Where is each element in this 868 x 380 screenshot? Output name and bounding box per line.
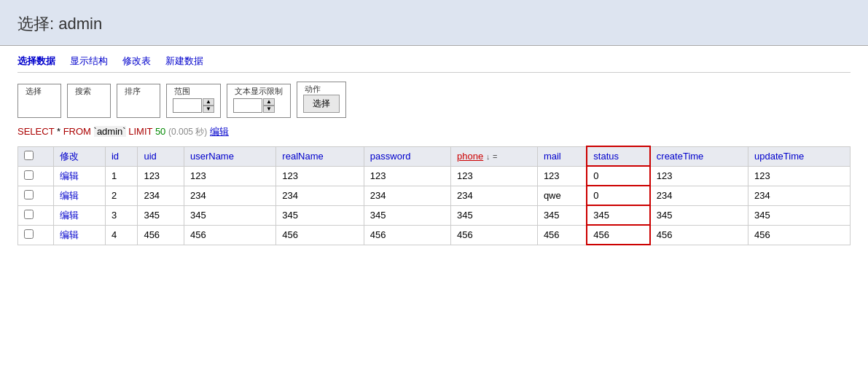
cell-userName-3: 456 [184, 225, 275, 245]
cell-createTime-0: 123 [650, 166, 748, 186]
sql-keyword-from: FROM [63, 126, 91, 137]
tab-modify-table[interactable]: 修改表 [122, 55, 151, 69]
cell-phone-3: 456 [451, 225, 538, 245]
cell-phone-1: 234 [451, 186, 538, 205]
text-limit-up-btn[interactable]: ▲ [263, 98, 275, 106]
text-limit-fieldset: 文本显示限制 100 ▲ ▼ [227, 84, 291, 118]
cell-createTime-3: 456 [650, 225, 748, 245]
select-fieldset: 选择 [17, 84, 61, 118]
cell-checkbox-0 [18, 166, 54, 186]
search-legend: 搜索 [74, 86, 104, 97]
th-password-label: password [370, 151, 411, 162]
nav-tabs: 选择数据 显示结构 修改表 新建数据 [17, 55, 851, 73]
table-row: 编辑3345345345345345345345345345 [18, 205, 851, 225]
cell-checkbox-2 [18, 205, 54, 225]
cell-createTime-1: 234 [650, 186, 748, 205]
cell-updateTime-0: 123 [748, 166, 851, 186]
cell-mail-2: 345 [537, 205, 587, 225]
tab-select-data[interactable]: 选择数据 [17, 55, 55, 69]
th-phone-sort: ↓ [486, 152, 490, 161]
page-title: 选择: admin [17, 15, 102, 33]
cell-mail-1: qwe [537, 186, 587, 205]
th-status[interactable]: status [587, 146, 650, 166]
cell-uid-0: 123 [138, 166, 184, 186]
cell-edit-2: 编辑 [54, 205, 106, 225]
row-checkbox-2[interactable] [24, 210, 34, 219]
th-updatetime[interactable]: updateTime [748, 146, 851, 166]
range-down-btn[interactable]: ▼ [203, 106, 214, 113]
row-checkbox-3[interactable] [24, 229, 34, 239]
th-username-label: userName [190, 151, 234, 162]
range-input[interactable]: 50 [173, 98, 202, 113]
range-spinner-btns: ▲ ▼ [203, 98, 214, 113]
data-table: 修改 id uid userName realName password pho… [17, 146, 851, 245]
cell-realName-2: 345 [276, 205, 364, 225]
th-id[interactable]: id [105, 146, 138, 166]
cell-realName-1: 234 [276, 186, 364, 205]
range-fieldset: 范围 50 ▲ ▼ [166, 84, 221, 118]
cell-uid-2: 345 [138, 205, 184, 225]
tab-new-data[interactable]: 新建数据 [165, 55, 203, 69]
edit-link-0[interactable]: 编辑 [60, 170, 79, 181]
cell-uid-3: 456 [138, 225, 184, 245]
text-limit-spinner: 100 ▲ ▼ [233, 98, 284, 113]
cell-id-1: 2 [105, 186, 138, 205]
cell-mail-3: 456 [537, 225, 587, 245]
th-password[interactable]: password [364, 146, 450, 166]
header-bar: 选择: admin [0, 0, 868, 46]
th-phone[interactable]: phone ↓ = [451, 146, 538, 166]
cell-updateTime-3: 456 [748, 225, 851, 245]
sql-time: (0.005 秒) [168, 127, 207, 137]
cell-updateTime-2: 345 [748, 205, 851, 225]
cell-id-0: 1 [105, 166, 138, 186]
cell-userName-0: 123 [184, 166, 275, 186]
th-edit-label: 修改 [60, 151, 79, 162]
row-checkbox-0[interactable] [24, 170, 34, 180]
th-phone-label: phone [457, 151, 483, 162]
cell-realName-0: 123 [276, 166, 364, 186]
th-uid[interactable]: uid [138, 146, 184, 166]
th-id-label: id [112, 151, 119, 162]
sql-edit-link[interactable]: 编辑 [210, 126, 229, 137]
th-checkbox [18, 146, 54, 166]
text-limit-spinner-btns: ▲ ▼ [263, 98, 275, 113]
action-select-button[interactable]: 选择 [303, 95, 340, 113]
row-checkbox-1[interactable] [24, 190, 34, 199]
cell-edit-3: 编辑 [54, 225, 106, 245]
action-legend: 动作 [303, 84, 340, 95]
table-row: 编辑11231231231231231230123123 [18, 166, 851, 186]
th-realname[interactable]: realName [276, 146, 364, 166]
cell-checkbox-3 [18, 225, 54, 245]
range-up-btn[interactable]: ▲ [203, 98, 214, 106]
table-row: 编辑4456456456456456456456456456 [18, 225, 851, 245]
select-all-checkbox[interactable] [24, 151, 34, 160]
cell-createTime-2: 345 [650, 205, 748, 225]
tab-show-structure[interactable]: 显示结构 [70, 55, 108, 69]
cell-password-0: 123 [364, 166, 450, 186]
main-content: 选择数据 显示结构 修改表 新建数据 选择 搜索 排序 范围 50 ▲ ▼ [0, 46, 868, 254]
th-status-label: status [593, 151, 619, 162]
edit-link-3[interactable]: 编辑 [60, 229, 79, 240]
sql-table-name: `admin` [94, 126, 126, 137]
th-createtime[interactable]: createTime [650, 146, 748, 166]
sql-line: SELECT * FROM `admin` LIMIT 50 (0.005 秒)… [17, 125, 851, 138]
cell-status-1: 0 [587, 186, 650, 205]
cell-realName-3: 456 [276, 225, 364, 245]
cell-checkbox-1 [18, 186, 54, 205]
text-limit-down-btn[interactable]: ▼ [263, 106, 275, 113]
sql-keyword-select: SELECT [17, 126, 54, 137]
cell-userName-1: 234 [184, 186, 275, 205]
sql-star: * [57, 126, 63, 137]
header-row: 修改 id uid userName realName password pho… [18, 146, 851, 166]
edit-link-2[interactable]: 编辑 [60, 210, 79, 221]
cell-password-2: 345 [364, 205, 450, 225]
edit-link-1[interactable]: 编辑 [60, 190, 79, 201]
sql-keyword-limit: LIMIT [128, 126, 152, 137]
text-limit-input[interactable]: 100 [233, 98, 262, 113]
th-mail-label: mail [544, 151, 561, 162]
th-uid-label: uid [144, 151, 156, 162]
th-mail[interactable]: mail [537, 146, 587, 166]
th-username[interactable]: userName [184, 146, 275, 166]
cell-uid-1: 234 [138, 186, 184, 205]
select-legend: 选择 [24, 86, 55, 97]
